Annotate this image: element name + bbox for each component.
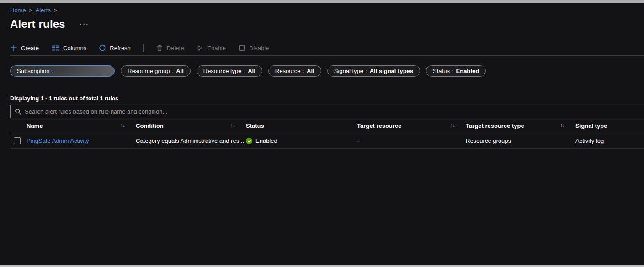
breadcrumb-home-link[interactable]: Home bbox=[10, 7, 26, 14]
filter-pill-resource-type[interactable]: Resource type : All bbox=[197, 65, 262, 77]
filter-value: All signal types bbox=[370, 68, 413, 74]
filter-pill-subscription[interactable]: Subscription : bbox=[10, 65, 115, 77]
column-header-condition[interactable]: Condition ↑↓ bbox=[136, 122, 246, 129]
filter-value: All bbox=[176, 68, 184, 74]
column-header-target-resource-type[interactable]: Target resource type ↑↓ bbox=[466, 122, 575, 129]
filter-bar: Subscription : Resource group : All Reso… bbox=[10, 65, 644, 77]
column-header-target-resource[interactable]: Target resource ↑↓ bbox=[357, 122, 466, 129]
sort-arrows-icon[interactable]: ↑↓ bbox=[120, 122, 125, 129]
filter-pill-resource[interactable]: Resource : All bbox=[268, 65, 321, 77]
refresh-icon bbox=[99, 44, 106, 52]
column-header-label: Target resource type bbox=[466, 122, 524, 129]
title-row: Alert rules ··· bbox=[10, 17, 644, 31]
rule-target-resource-type-cell: Resource groups bbox=[466, 137, 575, 144]
column-header-label: Condition bbox=[136, 122, 164, 129]
breadcrumb-alerts-link[interactable]: Alerts bbox=[36, 7, 51, 14]
command-bar: Create Columns Refresh bbox=[10, 45, 644, 56]
delete-button-label: Delete bbox=[167, 45, 184, 52]
filter-label: Resource group bbox=[128, 68, 170, 74]
filter-separator: : bbox=[172, 68, 174, 74]
breadcrumb-separator: > bbox=[29, 7, 32, 14]
column-header-label: Target resource bbox=[357, 122, 401, 129]
breadcrumb: Home > Alerts > bbox=[10, 7, 644, 14]
results-summary: Displaying 1 - 1 rules out of total 1 ru… bbox=[10, 95, 644, 102]
enable-button[interactable]: Enable bbox=[196, 44, 225, 52]
search-icon bbox=[15, 108, 21, 115]
row-checkbox[interactable] bbox=[14, 137, 21, 144]
filter-value: Enabled bbox=[456, 68, 479, 74]
create-button[interactable]: Create bbox=[10, 44, 39, 52]
filter-value: All bbox=[248, 68, 255, 74]
column-header-signal-type[interactable]: Signal type bbox=[575, 122, 644, 129]
search-input[interactable] bbox=[25, 108, 639, 115]
rule-condition-cell: Category equals Administrative and res..… bbox=[136, 137, 246, 144]
filter-separator: : bbox=[452, 68, 454, 74]
page-title: Alert rules bbox=[10, 18, 65, 31]
filter-label: Status bbox=[433, 68, 450, 74]
create-button-label: Create bbox=[21, 45, 39, 52]
window-top-edge bbox=[0, 0, 644, 3]
filter-pill-resource-group[interactable]: Resource group : All bbox=[121, 65, 191, 77]
sort-arrows-icon[interactable]: ↑↓ bbox=[560, 122, 564, 129]
columns-button[interactable]: Columns bbox=[51, 45, 86, 52]
square-icon bbox=[238, 44, 245, 52]
filter-label: Resource type bbox=[203, 68, 242, 74]
filter-separator: : bbox=[366, 68, 367, 74]
column-header-status[interactable]: Status bbox=[246, 122, 357, 129]
search-bar bbox=[10, 105, 644, 118]
sort-arrows-icon[interactable]: ↑↓ bbox=[230, 122, 235, 129]
column-header-label: Signal type bbox=[575, 122, 607, 129]
rule-target-resource-cell: - bbox=[357, 137, 466, 144]
filter-value: All bbox=[307, 68, 314, 74]
filter-separator: : bbox=[303, 68, 304, 74]
toolbar-divider bbox=[143, 44, 144, 52]
rule-status-cell: Enabled bbox=[246, 137, 357, 144]
filter-separator: : bbox=[244, 68, 246, 74]
table-row: PingSafe Admin Activity Category equals … bbox=[10, 133, 644, 149]
column-header-label: Status bbox=[246, 122, 264, 129]
check-circle-icon bbox=[246, 138, 252, 144]
columns-icon bbox=[51, 45, 59, 51]
rule-name-link[interactable]: PingSafe Admin Activity bbox=[27, 137, 89, 144]
table-header-row: Name ↑↓ Condition ↑↓ Status Target resou… bbox=[10, 118, 644, 133]
filter-pill-status[interactable]: Status : Enabled bbox=[426, 65, 486, 77]
disable-button[interactable]: Disable bbox=[238, 44, 269, 52]
column-header-label: Name bbox=[27, 122, 43, 129]
columns-button-label: Columns bbox=[63, 45, 86, 52]
window-bottom-edge bbox=[0, 265, 644, 267]
alert-rules-table: Name ↑↓ Condition ↑↓ Status Target resou… bbox=[10, 118, 644, 149]
filter-separator: : bbox=[52, 68, 54, 74]
play-icon bbox=[196, 44, 203, 52]
column-header-name[interactable]: Name ↑↓ bbox=[27, 122, 136, 129]
delete-button[interactable]: Delete bbox=[156, 44, 184, 52]
sort-arrows-icon[interactable]: ↑↓ bbox=[450, 122, 455, 129]
more-menu-icon[interactable]: ··· bbox=[80, 21, 90, 28]
trash-icon bbox=[156, 44, 163, 52]
rule-signal-type-cell: Activity log bbox=[575, 137, 644, 144]
filter-label: Resource bbox=[275, 68, 301, 74]
enable-button-label: Enable bbox=[207, 45, 225, 52]
filter-pill-signal-type[interactable]: Signal type : All signal types bbox=[327, 65, 420, 77]
alert-rules-page: Home > Alerts > Alert rules ··· Create bbox=[0, 7, 644, 149]
disable-button-label: Disable bbox=[249, 45, 269, 52]
filter-label: Signal type bbox=[334, 68, 363, 74]
refresh-button-label: Refresh bbox=[110, 45, 131, 52]
rule-status-label: Enabled bbox=[255, 137, 277, 144]
breadcrumb-separator: > bbox=[54, 7, 57, 14]
refresh-button[interactable]: Refresh bbox=[99, 44, 131, 52]
plus-icon bbox=[10, 44, 17, 52]
filter-label: Subscription bbox=[17, 68, 50, 74]
